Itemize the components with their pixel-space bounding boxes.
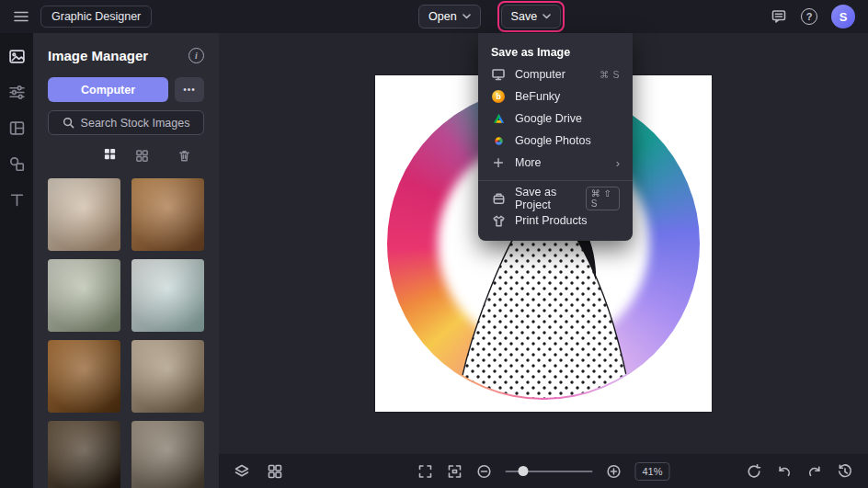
menu-item-label: Print Products (515, 214, 588, 227)
chevron-down-icon (463, 14, 471, 19)
menu-item-label: Google Photos (515, 134, 591, 147)
thumbnail-bread-dough[interactable] (131, 340, 204, 413)
bottom-toolbar: 41% (219, 454, 868, 488)
avatar[interactable]: S (831, 5, 855, 28)
menu-item-befunky[interactable]: b BeFunky (478, 85, 633, 108)
chevron-down-icon (542, 14, 551, 19)
history-reset-icon[interactable] (837, 463, 853, 480)
topbar-right: ? S (771, 5, 859, 28)
zoom-out-icon[interactable] (475, 463, 492, 480)
thumbnail-pastries[interactable] (48, 340, 120, 413)
menu-item-google-drive[interactable]: Google Drive (478, 108, 633, 130)
menu-item-label: Save as Project (515, 186, 577, 211)
sidebar-item-templates[interactable] (6, 118, 27, 138)
fullscreen-icon[interactable] (417, 463, 433, 480)
computer-source-button[interactable]: Computer (48, 77, 168, 102)
zoom-slider[interactable] (505, 471, 592, 472)
search-stock-images-input[interactable]: Search Stock Images (48, 110, 204, 135)
redo-icon[interactable] (806, 463, 823, 480)
search-icon (63, 117, 74, 129)
thumbnail-woman-with-flowers[interactable] (48, 259, 120, 332)
menu-item-label: Computer (515, 68, 565, 81)
menu-item-label: BeFunky (515, 90, 560, 103)
layers-icon[interactable] (234, 463, 250, 480)
sidebar-item-image-manager[interactable] (6, 46, 27, 66)
sidebar-item-text[interactable] (6, 189, 27, 210)
menu-item-save-as-project[interactable]: Save as Project ⌘ ⇧ S (478, 187, 633, 210)
panel-title: Image Manager (48, 48, 148, 63)
save-button-highlight-box: Save (497, 1, 565, 32)
fit-to-screen-icon[interactable] (446, 463, 463, 480)
save-menu-header: Save as Image (478, 39, 633, 63)
open-button-label: Open (428, 10, 457, 23)
menu-item-label: More (515, 156, 541, 169)
shortcut-badge: ⌘ ⇧ S (586, 187, 620, 210)
google-photos-icon (491, 133, 506, 148)
menu-item-computer[interactable]: Computer ⌘ S (478, 63, 633, 85)
search-placeholder: Search Stock Images (81, 117, 190, 130)
compact-grid-view-icon[interactable] (135, 149, 149, 163)
zoom-in-icon[interactable] (605, 463, 622, 480)
trash-icon[interactable] (177, 149, 191, 163)
grid-view-icon[interactable] (103, 147, 117, 165)
thumbnail-woman-smiling[interactable] (131, 259, 204, 332)
menu-item-google-photos[interactable]: Google Photos (478, 130, 633, 152)
befunky-icon: b (491, 89, 506, 104)
menu-item-more[interactable]: More › (478, 152, 633, 174)
menu-item-print-products[interactable]: Print Products (478, 210, 633, 232)
tshirt-icon (491, 213, 506, 228)
project-icon (491, 191, 506, 206)
chevron-right-icon: › (616, 157, 620, 169)
more-options-button[interactable]: ••• (175, 77, 204, 102)
view-options-row (48, 147, 204, 165)
topbar-center: Open Save (418, 0, 565, 33)
topbar: Graphic Designer Open Save ? S (0, 0, 868, 33)
google-drive-icon (491, 111, 506, 126)
save-dropdown-menu: Save as Image Computer ⌘ S b BeFunky Goo… (478, 33, 633, 241)
thumbnail-woman-white-hat[interactable] (48, 178, 120, 251)
save-button[interactable]: Save (501, 5, 562, 28)
help-icon[interactable]: ? (801, 8, 817, 25)
zoom-slider-knob[interactable] (518, 466, 528, 476)
hamburger-menu-icon[interactable] (13, 8, 29, 25)
zoom-level-value[interactable]: 41% (634, 462, 669, 481)
menu-divider (478, 180, 633, 181)
thumbnail-baguettes[interactable] (131, 421, 204, 488)
image-manager-panel: Image Manager i Computer ••• Search Stoc… (33, 33, 219, 488)
tools-sidebar (0, 33, 33, 488)
computer-icon (491, 67, 506, 82)
app-title: Graphic Designer (40, 6, 152, 28)
shortcut-label: ⌘ S (600, 69, 620, 80)
plus-icon (491, 155, 506, 170)
info-icon[interactable]: i (188, 48, 204, 63)
sidebar-item-edit[interactable] (6, 82, 27, 102)
sidebar-item-graphics[interactable] (6, 153, 27, 174)
thumbnail-woman-field-hat[interactable] (131, 178, 204, 251)
rotate-canvas-icon[interactable] (746, 463, 762, 480)
thumbnail-grid (48, 178, 204, 488)
feedback-icon[interactable] (771, 8, 787, 25)
open-button[interactable]: Open (418, 5, 481, 28)
undo-icon[interactable] (776, 463, 793, 480)
pages-grid-icon[interactable] (267, 463, 283, 480)
app-title-label: Graphic Designer (51, 10, 141, 23)
save-button-label: Save (511, 10, 538, 23)
menu-item-label: Google Drive (515, 112, 582, 125)
thumbnail-flour-dark-scene[interactable] (48, 421, 120, 488)
